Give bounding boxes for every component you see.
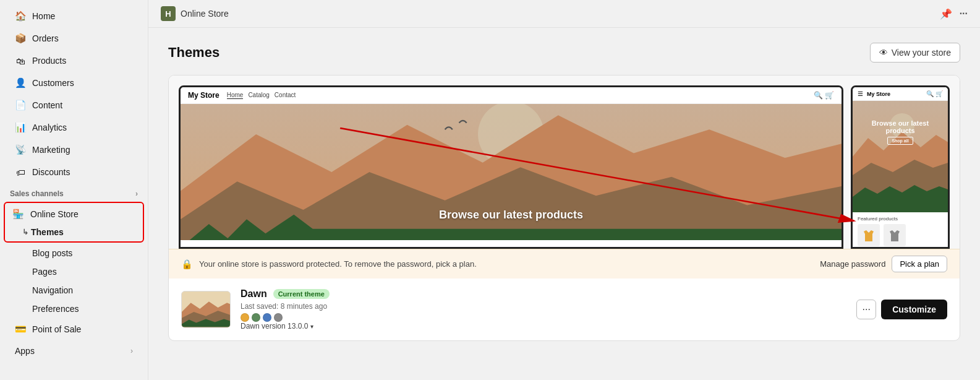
color-swatches — [241, 313, 846, 322]
analytics-icon: 📊 — [15, 122, 26, 133]
desktop-nav-bar: My Store Home Catalog Contact 🔍 🛒 — [181, 87, 842, 104]
main-content: H Online Store 📌 ··· Themes 👁 View your … — [148, 0, 980, 380]
sidebar-item-blog-posts[interactable]: Blog posts — [5, 244, 143, 262]
subdirectory-arrow-icon: ↳ — [22, 228, 28, 236]
themes-label: Themes — [31, 227, 64, 237]
mobile-hero-text: Browse our latest products Shop all — [863, 119, 937, 145]
sidebar: 🏠 Home 📦 Orders 🛍 Products 👤 Customers 📄… — [0, 0, 148, 380]
password-message: Your online store is password protected.… — [199, 259, 477, 269]
theme-thumbnail — [181, 291, 231, 328]
sidebar-item-online-store[interactable]: 🏪 Online Store — [5, 204, 143, 224]
sidebar-item-label: Customers — [32, 78, 74, 88]
sidebar-item-label: Marketing — [32, 145, 70, 155]
mobile-hero: Browse our latest products Shop all — [853, 101, 948, 212]
sidebar-item-point-of-sale[interactable]: 💳 Point of Sale — [5, 319, 143, 340]
marketing-icon: 📡 — [15, 144, 26, 155]
sidebar-item-apps[interactable]: Apps › — [5, 341, 143, 361]
lock-icon: 🔒 — [181, 259, 193, 270]
online-store-icon: 🏪 — [12, 209, 24, 220]
sidebar-item-content[interactable]: 📄 Content — [5, 95, 143, 116]
theme-last-saved: Last saved: 8 minutes ago — [241, 302, 846, 311]
sidebar-item-discounts[interactable]: 🏷 Discounts — [5, 162, 143, 183]
apps-label: Apps — [15, 346, 35, 356]
theme-actions: ··· Customize — [856, 300, 947, 319]
view-store-button[interactable]: 👁 View your store — [870, 43, 960, 63]
content-icon: 📄 — [15, 100, 26, 111]
sidebar-item-label: Content — [32, 100, 62, 110]
sidebar-item-analytics[interactable]: 📊 Analytics — [5, 117, 143, 138]
sidebar-item-label: Analytics — [32, 123, 67, 132]
more-options-icon[interactable]: ··· — [960, 8, 968, 19]
sidebar-item-marketing[interactable]: 📡 Marketing — [5, 139, 143, 160]
chevron-right-icon: › — [135, 189, 138, 198]
topbar: H Online Store 📌 ··· — [148, 0, 980, 28]
eye-icon: 👁 — [879, 48, 888, 58]
sidebar-item-orders[interactable]: 📦 Orders — [5, 28, 143, 49]
topbar-left: H Online Store — [161, 6, 229, 21]
sidebar-item-themes[interactable]: ↳ Themes — [5, 224, 143, 240]
apps-chevron-icon: › — [130, 347, 133, 355]
page-header: Themes 👁 View your store — [168, 43, 960, 63]
online-store-label: Online Store — [30, 209, 79, 219]
sidebar-item-label: Products — [32, 56, 66, 66]
theme-name-row: Dawn Current theme — [241, 288, 846, 300]
sidebar-item-label: Discounts — [32, 167, 70, 177]
topbar-title: Online Store — [181, 9, 229, 19]
sidebar-item-label: Home — [32, 11, 55, 21]
swatch-4 — [274, 313, 283, 322]
sales-channels-label: Sales channels › — [0, 183, 148, 201]
products-icon: 🛍 — [15, 55, 26, 66]
pin-icon[interactable]: 📌 — [940, 8, 952, 20]
more-options-button[interactable]: ··· — [856, 300, 876, 319]
online-store-box: 🏪 Online Store ↳ Themes — [4, 202, 144, 243]
content-area: Themes 👁 View your store My Store Home C… — [148, 28, 980, 380]
hamburger-icon: ☰ — [858, 90, 863, 97]
mobile-featured-products: Featured products — [853, 212, 948, 249]
manage-password-button[interactable]: Manage password — [820, 259, 885, 269]
orders-icon: 📦 — [15, 33, 26, 44]
mobile-nav-bar: ☰ My Store 🔍 🛒 — [853, 87, 948, 101]
product-thumb-2 — [884, 224, 906, 246]
sidebar-item-navigation[interactable]: Navigation — [5, 282, 143, 299]
shop-all-button[interactable]: Shop all — [887, 137, 913, 145]
customers-icon: 👤 — [15, 77, 26, 89]
swatch-2 — [252, 313, 260, 322]
desktop-hero: Browse our latest products — [181, 104, 842, 240]
sidebar-item-pages[interactable]: Pages — [5, 263, 143, 280]
customize-button[interactable]: Customize — [881, 300, 947, 319]
store-logo: H — [161, 6, 176, 21]
current-theme-section: Dawn Current theme Last saved: 8 minutes… — [169, 279, 960, 340]
desktop-preview: My Store Home Catalog Contact 🔍 🛒 — [179, 85, 843, 249]
theme-preview-area: My Store Home Catalog Contact 🔍 🛒 — [169, 76, 960, 249]
ellipsis-icon: ··· — [863, 304, 871, 315]
theme-name: Dawn — [241, 288, 267, 300]
swatch-1 — [241, 313, 249, 322]
theme-version[interactable]: Dawn version 13.0.0 ▾ — [241, 322, 846, 330]
chevron-down-icon: ▾ — [310, 323, 313, 330]
home-icon: 🏠 — [15, 11, 26, 22]
sidebar-item-home[interactable]: 🏠 Home — [5, 6, 143, 27]
page-title: Themes — [168, 45, 219, 61]
sidebar-item-label: Orders — [32, 33, 59, 43]
theme-info: Dawn Current theme Last saved: 8 minutes… — [241, 288, 846, 330]
mobile-preview: ☰ My Store 🔍 🛒 — [851, 85, 950, 249]
password-bar: 🔒 Your online store is password protecte… — [169, 249, 960, 279]
theme-preview-card: My Store Home Catalog Contact 🔍 🛒 — [168, 75, 960, 341]
swatch-3 — [263, 313, 271, 322]
pick-plan-button[interactable]: Pick a plan — [892, 256, 947, 272]
hero-text: Browse our latest products — [439, 209, 583, 222]
sidebar-item-customers[interactable]: 👤 Customers — [5, 72, 143, 93]
current-theme-badge: Current theme — [273, 289, 330, 299]
pos-label: Point of Sale — [32, 324, 81, 334]
product-thumb-1 — [858, 224, 880, 246]
sidebar-item-products[interactable]: 🛍 Products — [5, 50, 143, 71]
topbar-actions: 📌 ··· — [940, 8, 968, 20]
pos-icon: 💳 — [15, 324, 26, 335]
sidebar-item-preferences[interactable]: Preferences — [5, 300, 143, 317]
discounts-icon: 🏷 — [15, 166, 26, 178]
